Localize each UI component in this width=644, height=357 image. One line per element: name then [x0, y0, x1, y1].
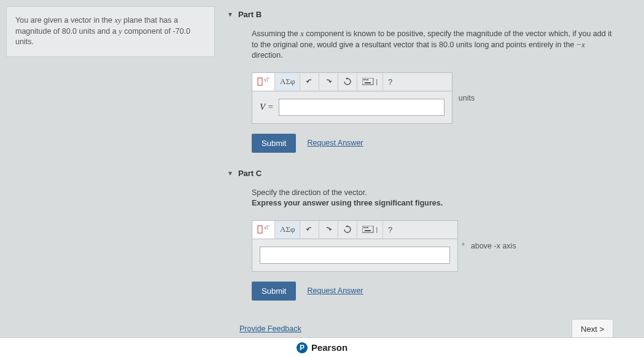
redo-button[interactable] — [319, 73, 338, 91]
part-c-label: Part C — [238, 169, 262, 178]
part-c-input[interactable] — [260, 247, 450, 264]
part-c-content: Specify the direction of the vector. Exp… — [227, 182, 638, 313]
svg-rect-5 — [367, 79, 368, 80]
part-b-prompt: Assuming the x component is known to be … — [252, 29, 613, 61]
variable-label: V = — [260, 102, 274, 112]
part-b-label: Part B — [238, 10, 262, 19]
templates-button[interactable]: √□ — [252, 221, 275, 239]
svg-rect-3 — [363, 79, 365, 80]
reset-button[interactable] — [338, 73, 357, 91]
keyboard-button[interactable]: | — [357, 73, 383, 91]
symbols-button[interactable]: ΑΣφ — [275, 221, 300, 239]
part-b-input[interactable] — [279, 99, 444, 116]
part-b-submit-button[interactable]: Submit — [252, 134, 296, 153]
pearson-footer: P Pearson — [0, 337, 644, 345]
pearson-logo-icon: P — [297, 342, 308, 345]
svg-rect-7 — [258, 226, 262, 233]
main-content: ▼ Part B Assuming the x component is kno… — [227, 6, 638, 339]
part-b-toolbar: √□ ΑΣφ | ? — [252, 73, 452, 91]
part-c-submit-button[interactable]: Submit — [252, 282, 296, 301]
help-button[interactable]: ? — [383, 73, 397, 91]
symbols-button[interactable]: ΑΣφ — [275, 73, 300, 91]
problem-sidebar: You are given a vector in the xy plane t… — [6, 6, 215, 57]
part-c-request-answer-link[interactable]: Request Answer — [307, 286, 363, 295]
next-button[interactable]: Next > — [572, 319, 613, 339]
part-b-header[interactable]: ▼ Part B — [227, 6, 638, 23]
svg-rect-6 — [365, 82, 371, 83]
svg-rect-10 — [363, 227, 365, 228]
degree-symbol: ° — [462, 242, 465, 250]
undo-button[interactable] — [300, 73, 319, 91]
redo-button[interactable] — [319, 221, 338, 239]
templates-button[interactable]: √□ — [252, 73, 275, 91]
caret-down-icon: ▼ — [227, 170, 233, 177]
svg-rect-2 — [362, 78, 373, 85]
svg-rect-9 — [362, 226, 373, 232]
svg-rect-13 — [365, 230, 371, 231]
part-b-unit: units — [459, 94, 475, 102]
part-c-toolbar: √□ ΑΣφ | ? — [252, 221, 457, 239]
svg-rect-0 — [258, 78, 262, 85]
part-b-content: Assuming the x component is known to be … — [227, 23, 638, 165]
undo-button[interactable] — [300, 221, 319, 239]
svg-rect-12 — [367, 227, 368, 228]
help-button[interactable]: ? — [383, 221, 397, 239]
svg-rect-11 — [365, 227, 367, 228]
pearson-text: Pearson — [311, 342, 347, 345]
svg-text:√□: √□ — [264, 77, 270, 83]
part-c-prompt: Specify the direction of the vector. Exp… — [252, 188, 613, 209]
part-c-answer-box: √□ ΑΣφ | ? — [252, 220, 458, 272]
provide-feedback-link[interactable]: Provide Feedback — [239, 324, 301, 333]
footer-row: Provide Feedback Next > — [227, 313, 638, 339]
part-b-answer-box: √□ ΑΣφ | ? V = — [252, 72, 452, 124]
keyboard-button[interactable]: | — [357, 221, 383, 239]
part-c-header[interactable]: ▼ Part C — [227, 165, 638, 182]
part-c-unit: above -x axis — [471, 242, 516, 250]
caret-down-icon: ▼ — [227, 11, 233, 18]
svg-rect-4 — [365, 79, 367, 80]
svg-text:√□: √□ — [264, 225, 270, 231]
part-b-request-answer-link[interactable]: Request Answer — [307, 139, 363, 147]
reset-button[interactable] — [338, 221, 357, 239]
